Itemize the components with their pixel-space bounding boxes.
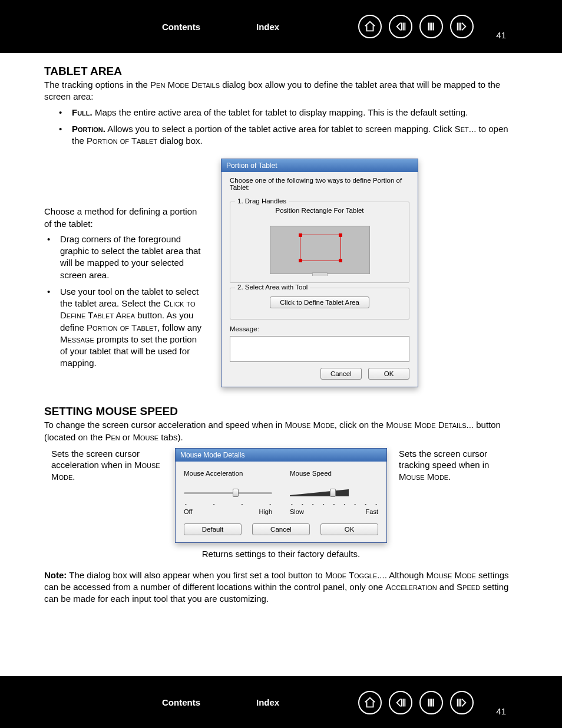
rect-footer-indicator: [312, 272, 328, 276]
index-link-bottom[interactable]: Index: [256, 697, 279, 707]
contents-link[interactable]: Contents: [162, 22, 200, 32]
prev-page-icon[interactable]: [419, 15, 443, 38]
tracking-options-list: Full. Maps the entire active area of the…: [44, 107, 518, 147]
method-tool: Use your tool on the tablet to select th…: [47, 286, 206, 370]
accel-high-label: High: [259, 508, 272, 515]
portion-of-tablet-dialog: Portion of Tablet Choose one of the foll…: [221, 159, 418, 387]
prev-page-icon[interactable]: [419, 691, 443, 714]
accel-off-label: Off: [184, 508, 192, 515]
page-content: TABLET AREA The tracking options in the …: [0, 65, 562, 605]
index-link[interactable]: Index: [256, 22, 279, 32]
intro-paragraph: The tracking options in the Pen Mode Det…: [44, 79, 518, 103]
tablet-area-heading: TABLET AREA: [44, 65, 518, 78]
speed-thumb[interactable]: [330, 489, 336, 497]
first-page-icon[interactable]: [389, 691, 412, 714]
portion-ok-button[interactable]: OK: [368, 368, 409, 380]
speed-slider-group: Mouse Speed ••••••••• Slow Fast: [290, 470, 378, 515]
accel-track[interactable]: [184, 492, 272, 494]
handle-top-left[interactable]: [299, 233, 302, 237]
option-full: Full. Maps the entire active area of the…: [59, 107, 518, 118]
speed-wedge-icon: [290, 489, 349, 496]
mouse-cancel-button[interactable]: Cancel: [252, 523, 310, 535]
accel-slider-group: Mouse Acceleration •••• Off High: [184, 470, 272, 515]
message-box: [230, 336, 409, 362]
svg-marker-0: [290, 489, 349, 496]
portion-side-text: Choose a method for defining a portion o…: [44, 159, 206, 374]
click-define-tablet-button[interactable]: Click to Define Tablet Area: [270, 297, 369, 308]
portion-cancel-button[interactable]: Cancel: [320, 368, 362, 380]
speed-slow-label: Slow: [290, 508, 304, 515]
tablet-rect-area[interactable]: [270, 226, 370, 274]
selection-rectangle[interactable]: [300, 235, 341, 261]
page-number-top: 41: [496, 30, 506, 40]
position-rect-label: Position Rectangle For Tablet: [236, 207, 403, 214]
nav-icons-bottom: [358, 691, 474, 714]
footer-bar: Contents Index 41: [0, 676, 562, 729]
handle-bottom-right[interactable]: [339, 259, 342, 262]
note-paragraph: Note: The dialog box will also appear wh…: [44, 569, 518, 605]
speed-callout: Sets the screen cursor tracking speed wh…: [399, 448, 511, 483]
mouse-intro: To change the screen cursor acceleration…: [44, 419, 518, 443]
handle-bottom-left[interactable]: [299, 259, 302, 262]
group-drag-handles: 1. Drag Handles: [235, 197, 289, 205]
mouse-speed-heading: SETTING MOUSE SPEED: [44, 405, 518, 418]
speed-fast-label: Fast: [366, 508, 378, 515]
default-button[interactable]: Default: [184, 523, 242, 535]
speed-label: Mouse Speed: [290, 470, 378, 477]
method-drag: Drag corners of the foreground graphic t…: [47, 233, 206, 281]
home-icon[interactable]: [358, 691, 382, 714]
first-page-icon[interactable]: [389, 15, 412, 38]
page-number-bottom: 41: [496, 706, 506, 716]
group-select-area: 2. Select Area with Tool: [235, 284, 310, 291]
nav-icons: [358, 15, 474, 38]
portion-dialog-title: Portion of Tablet: [222, 159, 418, 172]
next-page-icon[interactable]: [450, 691, 474, 714]
header-bar: Contents Index 41: [0, 0, 562, 53]
home-icon[interactable]: [358, 15, 382, 38]
contents-link-bottom[interactable]: Contents: [162, 697, 200, 707]
mouse-dialog-title: Mouse Mode Details: [176, 449, 386, 462]
accel-thumb[interactable]: [233, 489, 239, 497]
message-label: Message:: [230, 325, 409, 332]
mouse-mode-dialog: Mouse Mode Details Mouse Acceleration ••…: [175, 448, 387, 543]
option-portion: Portion. Allows you to select a portion …: [59, 123, 518, 147]
accel-label: Mouse Acceleration: [184, 470, 272, 477]
handle-top-right[interactable]: [339, 233, 342, 237]
defaults-note: Returns settings to their factory defaul…: [44, 549, 518, 559]
mouse-ok-button[interactable]: OK: [320, 523, 378, 535]
accel-callout: Sets the screen cursor acceleration when…: [51, 448, 163, 483]
portion-instruction: Choose one of the following two ways to …: [230, 177, 409, 191]
next-page-icon[interactable]: [450, 15, 474, 38]
